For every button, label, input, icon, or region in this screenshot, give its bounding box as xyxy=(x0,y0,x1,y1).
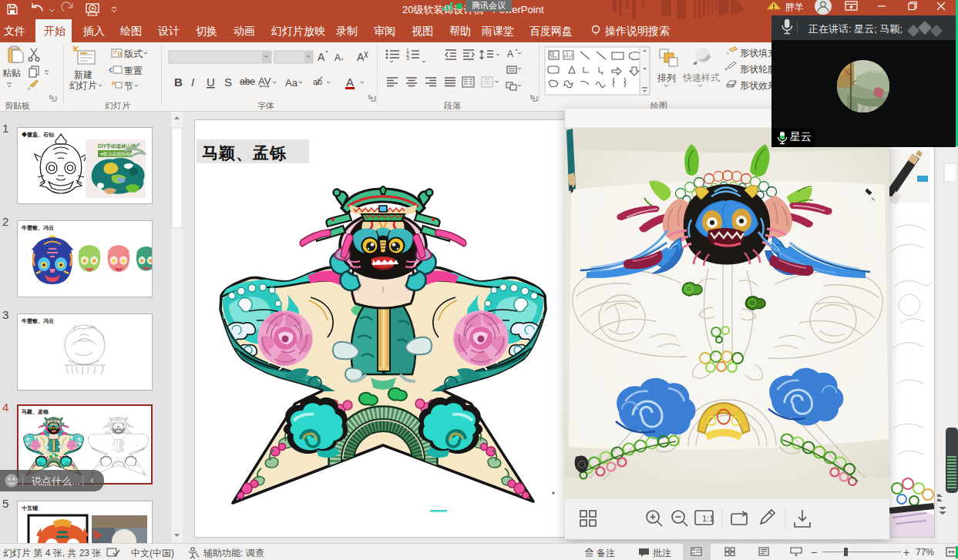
svg-text:A: A xyxy=(357,51,365,63)
svg-text:排列: 排列 xyxy=(657,72,676,83)
svg-text:#慢活花园热销#: #慢活花园热销# xyxy=(100,151,133,157)
svg-text:牛慧敏、冯云: 牛慧敏、冯云 xyxy=(21,225,54,231)
svg-text:马颖、孟铄: 马颖、孟铄 xyxy=(22,409,49,415)
svg-text:快速样式: 快速样式 xyxy=(682,72,720,83)
svg-text:牛慧敏、冯云: 牛慧敏、冯云 xyxy=(21,318,54,324)
svg-text:胖羊: 胖羊 xyxy=(785,2,804,12)
svg-text:十五铺: 十五铺 xyxy=(21,505,39,511)
svg-text:abe: abe xyxy=(240,76,255,87)
svg-text:新建: 新建 xyxy=(74,69,92,80)
svg-text:◆覆盖、石仙: ◆覆盖、石仙 xyxy=(22,131,54,138)
svg-text:幻灯片: 幻灯片 xyxy=(69,80,97,91)
svg-text:AV: AV xyxy=(258,75,271,87)
svg-text:S: S xyxy=(224,75,232,89)
svg-text:粘贴: 粘贴 xyxy=(2,68,21,79)
svg-text:A: A xyxy=(334,52,341,63)
svg-text:版式: 版式 xyxy=(124,49,143,59)
svg-text:节: 节 xyxy=(124,81,133,92)
svg-text:重置: 重置 xyxy=(124,65,143,76)
svg-text:Aa: Aa xyxy=(285,77,298,89)
svg-text:3: 3 xyxy=(406,55,409,61)
svg-text:U: U xyxy=(207,75,215,89)
svg-text:B: B xyxy=(174,75,183,89)
svg-text:A: A xyxy=(507,49,513,59)
svg-text:A: A xyxy=(318,51,325,63)
svg-text:A: A xyxy=(346,75,354,89)
svg-text:I: I xyxy=(191,75,194,89)
svg-text:1:1: 1:1 xyxy=(702,514,714,523)
